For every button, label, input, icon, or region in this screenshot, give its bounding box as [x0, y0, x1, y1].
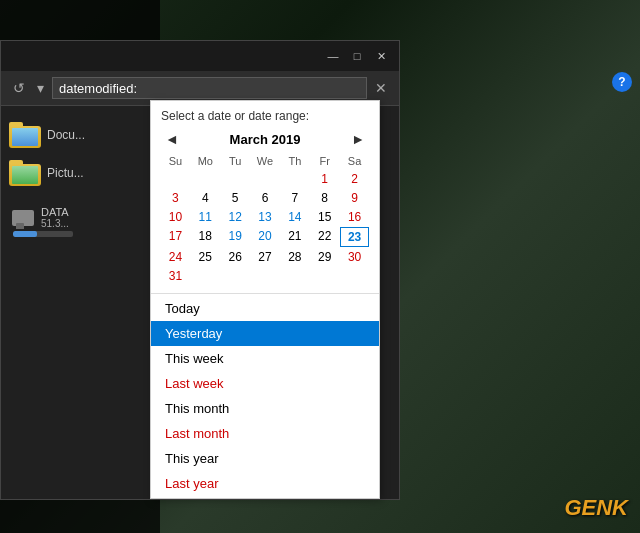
cal-day-28[interactable]: 28: [280, 248, 309, 266]
search-clear-button[interactable]: ✕: [371, 78, 391, 98]
drive-progress-bar: [13, 231, 73, 237]
cal-day-17[interactable]: 17: [161, 227, 190, 247]
cal-day-8[interactable]: 8: [310, 189, 339, 207]
calendar-next-button[interactable]: ►: [347, 131, 369, 147]
list-item[interactable]: Docu...: [1, 116, 121, 154]
minimize-button[interactable]: —: [323, 46, 343, 66]
cal-day-empty: [280, 267, 309, 285]
drive-info: DATA 51.3...: [41, 206, 69, 229]
day-header-tu: Tu: [221, 153, 250, 169]
search-input[interactable]: [52, 77, 367, 99]
cal-day-empty: [221, 170, 250, 188]
cal-day-empty: [191, 170, 220, 188]
day-header-fr: Fr: [310, 153, 339, 169]
cal-day-5[interactable]: 5: [221, 189, 250, 207]
help-button[interactable]: ?: [612, 72, 632, 92]
watermark: GENK: [564, 495, 628, 521]
cal-day-20[interactable]: 20: [251, 227, 280, 247]
folder-icon: [9, 160, 41, 186]
cal-day-6[interactable]: 6: [251, 189, 280, 207]
cal-day-25[interactable]: 25: [191, 248, 220, 266]
list-item[interactable]: Pictu...: [1, 154, 121, 192]
title-bar: — □ ✕: [1, 41, 399, 71]
quick-item-yesterday[interactable]: Yesterday: [151, 321, 379, 346]
calendar-grid: Su Mo Tu We Th Fr Sa 1 2 3 4 5 6 7 8 9 1…: [161, 153, 369, 285]
cal-day-empty: [161, 170, 190, 188]
watermark-prefix: GEN: [564, 495, 612, 520]
sidebar: Docu... Pictu...: [1, 106, 121, 499]
cal-day-9[interactable]: 9: [340, 189, 369, 207]
calendar-month-year: March 2019: [230, 132, 301, 147]
quick-item-this-year[interactable]: This year: [151, 446, 379, 471]
day-header-su: Su: [161, 153, 190, 169]
cal-day-22[interactable]: 22: [310, 227, 339, 247]
drive-progress-fill: [13, 231, 37, 237]
calendar-prev-button[interactable]: ◄: [161, 131, 183, 147]
cal-day-1[interactable]: 1: [310, 170, 339, 188]
day-header-mo: Mo: [191, 153, 220, 169]
cal-day-23[interactable]: 23: [340, 227, 369, 247]
list-item[interactable]: DATA 51.3...: [1, 202, 121, 241]
cal-day-31[interactable]: 31: [161, 267, 190, 285]
cal-day-12[interactable]: 12: [221, 208, 250, 226]
quick-item-this-month[interactable]: This month: [151, 396, 379, 421]
quick-item-last-year[interactable]: Last year: [151, 471, 379, 496]
folder-documents-label: Docu...: [47, 128, 85, 142]
cal-day-empty: [280, 170, 309, 188]
refresh-icon[interactable]: ↺: [9, 78, 29, 98]
cal-day-27[interactable]: 27: [251, 248, 280, 266]
maximize-button[interactable]: □: [347, 46, 367, 66]
date-picker-dropdown: Select a date or date range: ◄ March 201…: [150, 100, 380, 499]
watermark-suffix: K: [612, 495, 628, 520]
cal-day-16[interactable]: 16: [340, 208, 369, 226]
cal-day-30[interactable]: 30: [340, 248, 369, 266]
drive-label: DATA: [41, 206, 69, 218]
chevron-down-icon[interactable]: ▾: [33, 78, 48, 98]
cal-day-empty: [191, 267, 220, 285]
cal-day-empty: [221, 267, 250, 285]
cal-day-2[interactable]: 2: [340, 170, 369, 188]
cal-day-13[interactable]: 13: [251, 208, 280, 226]
day-header-th: Th: [280, 153, 309, 169]
folder-icon: [9, 122, 41, 148]
cal-day-15[interactable]: 15: [310, 208, 339, 226]
cal-day-3[interactable]: 3: [161, 189, 190, 207]
quick-date-list: Today Yesterday This week Last week This…: [151, 294, 379, 498]
cal-day-18[interactable]: 18: [191, 227, 220, 247]
cal-day-11[interactable]: 11: [191, 208, 220, 226]
cal-day-29[interactable]: 29: [310, 248, 339, 266]
cal-day-empty: [340, 267, 369, 285]
calendar-section: Select a date or date range: ◄ March 201…: [151, 101, 379, 294]
cal-day-21[interactable]: 21: [280, 227, 309, 247]
close-button[interactable]: ✕: [371, 46, 391, 66]
quick-item-this-week[interactable]: This week: [151, 346, 379, 371]
cal-day-26[interactable]: 26: [221, 248, 250, 266]
cal-day-empty: [310, 267, 339, 285]
calendar-header: ◄ March 2019 ►: [161, 131, 369, 147]
drive-size: 51.3...: [41, 218, 69, 229]
quick-item-last-week[interactable]: Last week: [151, 371, 379, 396]
cal-day-14[interactable]: 14: [280, 208, 309, 226]
cal-day-24[interactable]: 24: [161, 248, 190, 266]
quick-item-today[interactable]: Today: [151, 296, 379, 321]
drive-icon: [9, 207, 37, 229]
cal-day-7[interactable]: 7: [280, 189, 309, 207]
day-header-we: We: [251, 153, 280, 169]
cal-day-10[interactable]: 10: [161, 208, 190, 226]
cal-day-empty: [251, 267, 280, 285]
quick-item-last-month[interactable]: Last month: [151, 421, 379, 446]
cal-day-4[interactable]: 4: [191, 189, 220, 207]
cal-day-19[interactable]: 19: [221, 227, 250, 247]
cal-day-empty: [251, 170, 280, 188]
calendar-title: Select a date or date range:: [161, 109, 369, 123]
day-header-sa: Sa: [340, 153, 369, 169]
folder-pictures-label: Pictu...: [47, 166, 84, 180]
